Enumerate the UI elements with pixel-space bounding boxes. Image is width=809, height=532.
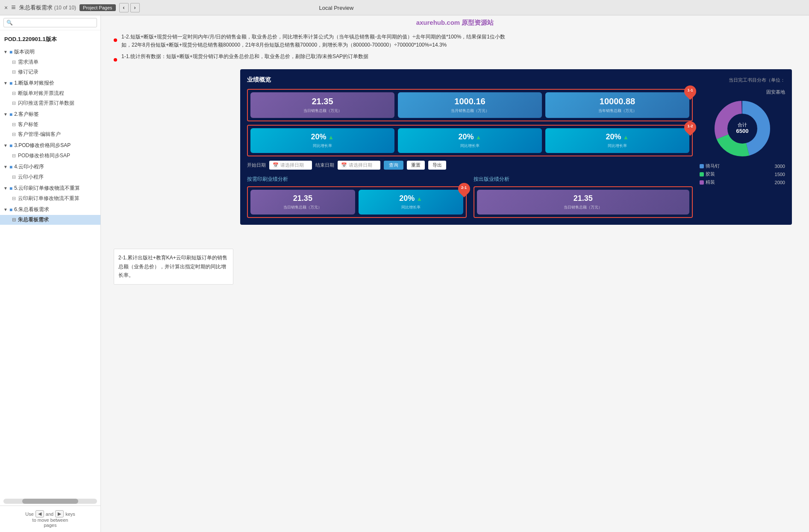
folder-icon: ■ bbox=[9, 80, 12, 86]
top-bar: × ≡ 朱总看板需求 (10 of 10) Project Pages ‹ › … bbox=[0, 0, 809, 15]
folder-icon: ■ bbox=[9, 112, 12, 118]
growth-card-3: 20% ▲ 同比增长率 bbox=[545, 128, 689, 153]
content-area: axurehub.com 原型资源站 1-2.短版+断版+现货分销一定时间内年/… bbox=[101, 15, 809, 532]
prev-page-button[interactable]: ‹ bbox=[119, 3, 129, 12]
donut-total: 6500 bbox=[736, 128, 749, 134]
print-kpi-label-1: 当日销售总额（万元） bbox=[255, 205, 351, 210]
annotation-block-1-1: 1-1.统计所有数据：短版+断版+现货分销订单的业务总价总和，取业务总价，剔除已… bbox=[114, 53, 792, 63]
right-key: ▶ bbox=[55, 510, 64, 517]
nav-tree: POD.1.220901.1版本 ▼ ■ 版本说明 ⊟需求清单 ⊟修订记录 ▼ bbox=[0, 30, 100, 497]
nav-group-cloud-print-label: 5.云印刷订单修改物流不重算 bbox=[14, 185, 80, 192]
print-section: 按需印刷业绩分析 21.35 当日销售总额（万元） bbox=[247, 176, 467, 218]
top-bar-title: 朱总看板需求 bbox=[19, 4, 53, 12]
publish-kpi-row: 21.35 当日销售总额（万元） bbox=[477, 190, 690, 215]
brand-text: axurehub.com 原型资源站 bbox=[416, 19, 494, 26]
next-page-button[interactable]: › bbox=[130, 3, 140, 12]
reset-button[interactable]: 重置 bbox=[407, 161, 425, 170]
end-date-label: 结束日期 bbox=[315, 162, 334, 168]
search-bar bbox=[0, 15, 100, 30]
page-icon: ⊟ bbox=[12, 217, 16, 223]
page-nav: ‹ › bbox=[119, 3, 140, 12]
page-icon: ⊟ bbox=[12, 69, 16, 75]
caret-icon: ▼ bbox=[3, 165, 8, 169]
nav-item-edit-log[interactable]: ⊟修订记录 bbox=[0, 67, 100, 77]
project-pages-button[interactable]: Project Pages bbox=[79, 4, 115, 11]
growth-label-3: 同比增长率 bbox=[550, 143, 685, 149]
red-dot-1-1 bbox=[114, 56, 121, 63]
legend-color-2 bbox=[700, 172, 704, 176]
scrollbar[interactable] bbox=[3, 499, 97, 504]
end-date-input[interactable]: 📅 请选择日期 bbox=[338, 161, 380, 170]
svg-text:合计: 合计 bbox=[738, 122, 747, 127]
nav-group-ver-intro-label: 版本说明 bbox=[14, 48, 35, 56]
nav-item-req-list[interactable]: ⊟需求清单 bbox=[0, 57, 100, 67]
growth-val-1: 20% ▲ bbox=[255, 132, 390, 141]
growth-label-2: 同比增长率 bbox=[402, 143, 538, 149]
donut-chart-svg: 合计 6500 bbox=[712, 99, 772, 159]
dash-right-title: 当日完工书目分布（单位： bbox=[729, 77, 785, 83]
growth-val-2: 20% ▲ bbox=[402, 132, 538, 141]
donut-chart-container: 合计 6500 bbox=[700, 99, 785, 159]
nav-group-zhu-board: ▼ ■ 6.朱总看板需求 ⊟朱总看板需求 bbox=[0, 204, 100, 225]
nav-item-cloud-mini[interactable]: ⊟云印小程序 bbox=[0, 172, 100, 182]
growth-val-3: 20% ▲ bbox=[550, 132, 685, 141]
page-icon: ⊟ bbox=[12, 100, 16, 106]
nav-group-customer-tag-header[interactable]: ▼ ■ 2.客户标签 bbox=[0, 109, 100, 120]
publish-section: 按出版业绩分析 21.35 当日销售总额（万元） bbox=[474, 176, 693, 218]
publish-kpi-value-1: 21.35 bbox=[481, 194, 685, 203]
caret-icon: ▼ bbox=[3, 143, 8, 148]
top-bar-page-count: (10 of 10) bbox=[54, 5, 76, 11]
kpi-value-3: 10000.88 bbox=[550, 97, 685, 106]
legend-color-1 bbox=[700, 164, 704, 168]
nav-item-cust-manage[interactable]: ⊟客户管理-编辑客户 bbox=[0, 129, 100, 139]
folder-icon: ■ bbox=[9, 207, 12, 213]
nav-group-pod-price-header[interactable]: ▼ ■ 3.POD修改价格同步SAP bbox=[0, 140, 100, 151]
donut-legend: 骑马钉 3000 胶装 1500 bbox=[700, 163, 785, 185]
start-date-input[interactable]: 📅 请选择日期 bbox=[269, 161, 312, 170]
export-button[interactable]: 导出 bbox=[428, 161, 446, 170]
badge-1-2: 1-2 bbox=[684, 121, 696, 135]
kpi-value-2: 1000.16 bbox=[402, 97, 538, 106]
annotation-box-2-1: 2-1.累计出版社+教育KA+云印刷短版订单的销售总额（业务总价），并计算出指定… bbox=[114, 249, 233, 284]
date-filter-row: 开始日期 📅 请选择日期 结束日期 📅 请选择日期 bbox=[247, 161, 693, 170]
nav-group-broken-price-header[interactable]: ▼ ■ 1.断版单对账报价 bbox=[0, 78, 100, 88]
dash-title: 业绩概览 bbox=[247, 76, 271, 84]
growth-label-1: 同比增长率 bbox=[255, 143, 390, 149]
kpi-label-3: 当年销售总额（万元） bbox=[550, 108, 685, 114]
nav-group-cloud-mini-header[interactable]: ▼ ■ 4.云印小程序 bbox=[0, 162, 100, 172]
nav-item-broken-invoice[interactable]: ⊟断版单对账开票流程 bbox=[0, 88, 100, 98]
print-kpi-value-2: 20% ▲ bbox=[363, 194, 459, 203]
main-content-row: 2-1.累计出版社+教育KA+云印刷短版订单的销售总额（业务总价），并计算出指定… bbox=[114, 69, 792, 284]
nav-item-zhu-board-active[interactable]: ⊟朱总看板需求 bbox=[0, 215, 100, 225]
annotation-text-1-2: 1-2.短版+断版+现货分销一定时间内年/月/日的销售金额，取业务总价，同比增长… bbox=[121, 33, 792, 49]
query-button[interactable]: 查询 bbox=[384, 161, 403, 170]
nav-item-pod-sap[interactable]: ⊟POD修改价格同步SAP bbox=[0, 151, 100, 161]
publish-kpi-section: 21.35 当日销售总额（万元） bbox=[474, 186, 693, 218]
nav-item-flash-send[interactable]: ⊟闪印推送需开票订单数据 bbox=[0, 98, 100, 108]
nav-group-cloud-print-header[interactable]: ▼ ■ 5.云印刷订单修改物流不重算 bbox=[0, 183, 100, 194]
kpi-value-1: 21.35 bbox=[255, 97, 390, 106]
search-input[interactable] bbox=[3, 18, 97, 27]
page-icon: ⊟ bbox=[12, 59, 16, 65]
annotation-text-1-1: 1-1.统计所有数据：短版+断版+现货分销订单的业务总价总和，取业务总价，剔除已… bbox=[121, 53, 792, 63]
caret-icon: ▼ bbox=[3, 81, 8, 85]
nav-group-zhu-board-header[interactable]: ▼ ■ 6.朱总看板需求 bbox=[0, 204, 100, 215]
page-icon: ⊟ bbox=[12, 196, 16, 201]
menu-icon[interactable]: ≡ bbox=[11, 3, 16, 12]
arrow-up-2: ▲ bbox=[476, 134, 482, 141]
sidebar: POD.1.220901.1版本 ▼ ■ 版本说明 ⊟需求清单 ⊟修订记录 ▼ bbox=[0, 15, 101, 532]
kpi-label-2: 当月销售总额（万元） bbox=[402, 108, 538, 114]
brand-bar: axurehub.com 原型资源站 bbox=[101, 15, 809, 29]
nav-group-ver-intro-header[interactable]: ▼ ■ 版本说明 bbox=[0, 47, 100, 57]
print-kpi-value-1: 21.35 bbox=[255, 194, 351, 203]
growth-cards-section: 20% ▲ 同比增长率 20% ▲ bbox=[247, 125, 693, 156]
nav-item-cust-tag[interactable]: ⊟客户标签 bbox=[0, 120, 100, 129]
dash-right-col: 固安基地 bbox=[700, 89, 785, 218]
close-icon[interactable]: × bbox=[4, 4, 8, 11]
nav-item-cloud-print[interactable]: ⊟云印刷订单修改物流不重算 bbox=[0, 194, 100, 203]
legend-item-1: 骑马钉 3000 bbox=[700, 163, 785, 169]
nav-group-cloud-mini-label: 4.云印小程序 bbox=[14, 163, 44, 170]
folder-icon: ■ bbox=[9, 49, 12, 55]
scrollbar-thumb bbox=[22, 499, 78, 504]
print-section-title: 按需印刷业绩分析 bbox=[247, 176, 467, 183]
